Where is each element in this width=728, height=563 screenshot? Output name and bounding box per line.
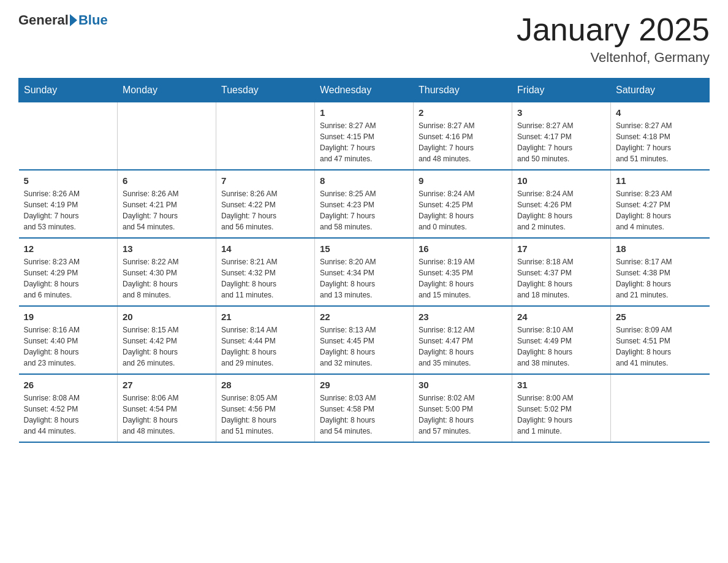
day-info: Sunrise: 8:16 AM Sunset: 4:40 PM Dayligh… — [24, 324, 113, 369]
day-info: Sunrise: 8:19 AM Sunset: 4:35 PM Dayligh… — [419, 256, 507, 301]
calendar-cell: 31Sunrise: 8:00 AM Sunset: 5:02 PM Dayli… — [512, 374, 611, 442]
header-sunday: Sunday — [19, 79, 118, 102]
calendar-cell: 30Sunrise: 8:02 AM Sunset: 5:00 PM Dayli… — [414, 374, 512, 442]
day-info: Sunrise: 8:03 AM Sunset: 4:58 PM Dayligh… — [320, 393, 408, 437]
day-info: Sunrise: 8:20 AM Sunset: 4:34 PM Dayligh… — [320, 256, 408, 301]
day-info: Sunrise: 8:24 AM Sunset: 4:26 PM Dayligh… — [517, 188, 605, 232]
calendar-cell: 12Sunrise: 8:23 AM Sunset: 4:29 PM Dayli… — [19, 238, 118, 306]
calendar-cell: 10Sunrise: 8:24 AM Sunset: 4:26 PM Dayli… — [512, 170, 611, 238]
day-info: Sunrise: 8:21 AM Sunset: 4:32 PM Dayligh… — [221, 256, 309, 301]
day-number: 5 — [24, 175, 113, 186]
day-info: Sunrise: 8:26 AM Sunset: 4:22 PM Dayligh… — [221, 188, 309, 232]
day-info: Sunrise: 8:27 AM Sunset: 4:15 PM Dayligh… — [320, 120, 408, 164]
header-thursday: Thursday — [414, 79, 512, 102]
day-number: 8 — [320, 175, 408, 186]
title-section: January 2025 Veltenhof, Germany — [517, 12, 710, 66]
day-number: 13 — [123, 243, 211, 254]
calendar-cell: 13Sunrise: 8:22 AM Sunset: 4:30 PM Dayli… — [118, 238, 216, 306]
calendar-cell: 2Sunrise: 8:27 AM Sunset: 4:16 PM Daylig… — [414, 102, 512, 170]
day-number: 23 — [419, 312, 507, 322]
day-number: 14 — [221, 243, 309, 254]
day-info: Sunrise: 8:25 AM Sunset: 4:23 PM Dayligh… — [320, 188, 408, 232]
logo: General Blue — [18, 12, 108, 28]
week-row-5: 26Sunrise: 8:08 AM Sunset: 4:52 PM Dayli… — [19, 374, 710, 442]
day-number: 19 — [24, 312, 113, 322]
day-info: Sunrise: 8:26 AM Sunset: 4:19 PM Dayligh… — [24, 188, 113, 232]
calendar-cell: 22Sunrise: 8:13 AM Sunset: 4:45 PM Dayli… — [315, 306, 414, 374]
calendar-cell: 24Sunrise: 8:10 AM Sunset: 4:49 PM Dayli… — [512, 306, 611, 374]
calendar-cell — [118, 102, 216, 170]
header-tuesday: Tuesday — [216, 79, 315, 102]
day-number: 1 — [320, 107, 408, 118]
calendar-cell: 27Sunrise: 8:06 AM Sunset: 4:54 PM Dayli… — [118, 374, 216, 442]
day-number: 7 — [221, 175, 309, 186]
logo-arrow-icon — [70, 14, 77, 26]
calendar-cell: 21Sunrise: 8:14 AM Sunset: 4:44 PM Dayli… — [216, 306, 315, 374]
calendar-cell: 15Sunrise: 8:20 AM Sunset: 4:34 PM Dayli… — [315, 238, 414, 306]
day-info: Sunrise: 8:12 AM Sunset: 4:47 PM Dayligh… — [419, 324, 507, 369]
calendar-cell: 8Sunrise: 8:25 AM Sunset: 4:23 PM Daylig… — [315, 170, 414, 238]
calendar-header-row: SundayMondayTuesdayWednesdayThursdayFrid… — [19, 79, 710, 102]
day-number: 31 — [517, 380, 605, 390]
calendar-cell: 19Sunrise: 8:16 AM Sunset: 4:40 PM Dayli… — [19, 306, 118, 374]
day-info: Sunrise: 8:18 AM Sunset: 4:37 PM Dayligh… — [517, 256, 605, 301]
day-info: Sunrise: 8:13 AM Sunset: 4:45 PM Dayligh… — [320, 324, 408, 369]
day-info: Sunrise: 8:26 AM Sunset: 4:21 PM Dayligh… — [123, 188, 211, 232]
day-number: 4 — [616, 107, 705, 118]
calendar-cell: 28Sunrise: 8:05 AM Sunset: 4:56 PM Dayli… — [216, 374, 315, 442]
day-info: Sunrise: 8:22 AM Sunset: 4:30 PM Dayligh… — [123, 256, 211, 301]
calendar-cell: 5Sunrise: 8:26 AM Sunset: 4:19 PM Daylig… — [19, 170, 118, 238]
day-number: 26 — [24, 380, 113, 390]
day-number: 10 — [517, 175, 605, 186]
day-info: Sunrise: 8:23 AM Sunset: 4:27 PM Dayligh… — [616, 188, 705, 232]
day-info: Sunrise: 8:02 AM Sunset: 5:00 PM Dayligh… — [419, 393, 507, 437]
header-saturday: Saturday — [611, 79, 710, 102]
header-monday: Monday — [118, 79, 216, 102]
header-wednesday: Wednesday — [315, 79, 414, 102]
calendar-cell: 26Sunrise: 8:08 AM Sunset: 4:52 PM Dayli… — [19, 374, 118, 442]
day-number: 12 — [24, 243, 113, 254]
calendar-cell: 16Sunrise: 8:19 AM Sunset: 4:35 PM Dayli… — [414, 238, 512, 306]
day-info: Sunrise: 8:10 AM Sunset: 4:49 PM Dayligh… — [517, 324, 605, 369]
day-number: 22 — [320, 312, 408, 322]
month-title: January 2025 — [517, 12, 710, 47]
day-info: Sunrise: 8:08 AM Sunset: 4:52 PM Dayligh… — [24, 393, 113, 437]
calendar-cell: 20Sunrise: 8:15 AM Sunset: 4:42 PM Dayli… — [118, 306, 216, 374]
day-info: Sunrise: 8:06 AM Sunset: 4:54 PM Dayligh… — [123, 393, 211, 437]
calendar-cell: 4Sunrise: 8:27 AM Sunset: 4:18 PM Daylig… — [611, 102, 710, 170]
page-header: General Blue January 2025 Veltenhof, Ger… — [18, 12, 710, 66]
calendar-cell: 3Sunrise: 8:27 AM Sunset: 4:17 PM Daylig… — [512, 102, 611, 170]
day-info: Sunrise: 8:14 AM Sunset: 4:44 PM Dayligh… — [221, 324, 309, 369]
day-number: 29 — [320, 380, 408, 390]
week-row-1: 1Sunrise: 8:27 AM Sunset: 4:15 PM Daylig… — [19, 102, 710, 170]
day-info: Sunrise: 8:27 AM Sunset: 4:16 PM Dayligh… — [419, 120, 507, 164]
day-number: 9 — [419, 175, 507, 186]
calendar-cell: 11Sunrise: 8:23 AM Sunset: 4:27 PM Dayli… — [611, 170, 710, 238]
calendar-cell: 6Sunrise: 8:26 AM Sunset: 4:21 PM Daylig… — [118, 170, 216, 238]
day-info: Sunrise: 8:24 AM Sunset: 4:25 PM Dayligh… — [419, 188, 507, 232]
day-number: 18 — [616, 243, 705, 254]
location-title: Veltenhof, Germany — [517, 50, 710, 66]
day-info: Sunrise: 8:00 AM Sunset: 5:02 PM Dayligh… — [517, 393, 605, 437]
calendar-cell — [611, 374, 710, 442]
day-number: 2 — [419, 107, 507, 118]
calendar-cell — [19, 102, 118, 170]
day-info: Sunrise: 8:15 AM Sunset: 4:42 PM Dayligh… — [123, 324, 211, 369]
day-number: 6 — [123, 175, 211, 186]
calendar-cell: 29Sunrise: 8:03 AM Sunset: 4:58 PM Dayli… — [315, 374, 414, 442]
day-info: Sunrise: 8:05 AM Sunset: 4:56 PM Dayligh… — [221, 393, 309, 437]
day-number: 25 — [616, 312, 705, 322]
day-info: Sunrise: 8:27 AM Sunset: 4:17 PM Dayligh… — [517, 120, 605, 164]
day-number: 27 — [123, 380, 211, 390]
day-number: 3 — [517, 107, 605, 118]
header-friday: Friday — [512, 79, 611, 102]
day-number: 11 — [616, 175, 705, 186]
week-row-2: 5Sunrise: 8:26 AM Sunset: 4:19 PM Daylig… — [19, 170, 710, 238]
logo-blue-text: Blue — [78, 12, 108, 28]
day-info: Sunrise: 8:17 AM Sunset: 4:38 PM Dayligh… — [616, 256, 705, 301]
day-info: Sunrise: 8:23 AM Sunset: 4:29 PM Dayligh… — [24, 256, 113, 301]
week-row-4: 19Sunrise: 8:16 AM Sunset: 4:40 PM Dayli… — [19, 306, 710, 374]
calendar-cell: 25Sunrise: 8:09 AM Sunset: 4:51 PM Dayli… — [611, 306, 710, 374]
calendar-cell: 1Sunrise: 8:27 AM Sunset: 4:15 PM Daylig… — [315, 102, 414, 170]
calendar-cell: 14Sunrise: 8:21 AM Sunset: 4:32 PM Dayli… — [216, 238, 315, 306]
